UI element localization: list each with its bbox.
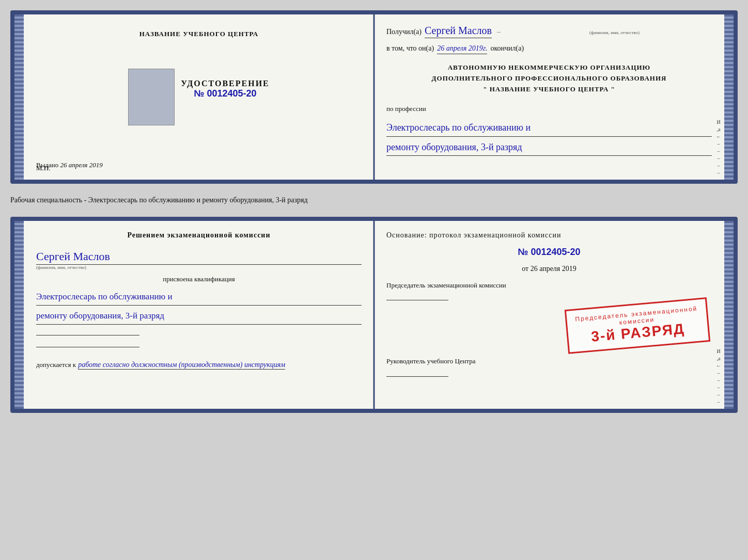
left-text-col: УДОСТОВЕРЕНИЕ № 0012405-20 <box>181 63 270 99</box>
deco-bdash2: – <box>718 377 720 383</box>
bottom-doc-left: Решением экзаменационной комиссии Сергей… <box>24 221 374 409</box>
org-block: АВТОНОМНУЮ НЕКОММЕРЧЕСКУЮ ОРГАНИЗАЦИЮ ДО… <box>386 62 712 94</box>
deco-dash5: – <box>718 170 720 175</box>
resheniem-title: Решением экзаменационной комиссии <box>36 231 362 239</box>
fio-small-bottom: (фамилия, имя, отчество) <box>36 265 362 270</box>
deco-arrow: ← <box>716 134 721 139</box>
okonchil-label: окончил(а) <box>490 44 524 53</box>
predsedatel-signature <box>386 290 448 300</box>
left-deco <box>14 14 24 180</box>
dopuskaetsya-work: работе согласно должностным (производств… <box>78 361 285 370</box>
deco-dash3: – <box>718 155 720 161</box>
separator-text: Рабочая специальность - Электрослесарь п… <box>10 192 738 209</box>
right-deco-strip <box>724 14 734 180</box>
bottom-right-deco-strip <box>724 221 734 409</box>
profession-line1-bottom: Электрослесарь по обслуживанию и <box>36 289 362 306</box>
top-doc-right: Получил(а) Сергей Маслов – (фамилия, имя… <box>374 14 724 180</box>
vydano-date: 26 апреля 2019 <box>60 161 103 169</box>
deco-dash4: – <box>718 163 720 168</box>
deco-bdash1: – <box>718 370 720 376</box>
ot-label: от <box>522 265 528 273</box>
photo-row: УДОСТОВЕРЕНИЕ № 0012405-20 <box>128 63 270 125</box>
recipient-name-top: Сергей Маслов <box>425 25 492 38</box>
photo-placeholder <box>128 69 175 125</box>
signature-line-bottom2 <box>36 347 139 347</box>
udostoverenie-number: № 0012405-20 <box>181 88 270 99</box>
signature-line-bottom <box>36 335 139 335</box>
deco-bdash5: – <box>718 399 720 405</box>
recipient-name-bottom: Сергей Маслов <box>36 250 362 265</box>
top-document: НАЗВАНИЕ УЧЕБНОГО ЦЕНТРА УДОСТОВЕРЕНИЕ №… <box>10 10 738 184</box>
poluchil-label: Получил(а) <box>386 28 422 36</box>
vtom-label: в том, что он(а) <box>386 44 434 53</box>
right-deco-bottom: И ,а ← – – – – – <box>713 221 724 409</box>
poluchil-line: Получил(а) Сергей Маслов – (фамилия, имя… <box>386 25 712 38</box>
stamp: Председатель экзаменационнойкомиссии 3-й… <box>565 297 710 354</box>
deco-bi: И <box>716 348 720 354</box>
dopuskaetsya-label: допускается к <box>36 361 76 369</box>
rukovoditel-signature <box>386 366 448 377</box>
po-professii-label: по профессии <box>386 105 712 113</box>
prisvoena-label: присвоена квалификация <box>36 275 362 283</box>
deco-dash1: – <box>718 141 720 147</box>
deco-ba: ,а <box>717 356 721 361</box>
profession-line2-top: ремонту оборудования, 3-й разряд <box>386 139 712 156</box>
profession-line1-top: Электрослесарь по обслуживанию и <box>386 119 712 136</box>
rukovoditel-label: Руководитель учебного Центра <box>386 356 712 366</box>
deco-dash2: – <box>718 148 720 154</box>
name-block-bottom: Сергей Маслов (фамилия, имя, отчество) <box>36 250 362 270</box>
top-doc-left: НАЗВАНИЕ УЧЕБНОГО ЦЕНТРА УДОСТОВЕРЕНИЕ №… <box>24 14 374 180</box>
bottom-document: Решением экзаменационной комиссии Сергей… <box>10 217 738 413</box>
deco-barrow: ← <box>716 363 721 369</box>
org-line3: " НАЗВАНИЕ УЧЕБНОГО ЦЕНТРА " <box>386 84 712 95</box>
vtom-line: в том, что он(а) 26 апреля 2019г. окончи… <box>386 44 712 54</box>
deco-bdash3: – <box>718 385 720 390</box>
page-wrapper: НАЗВАНИЕ УЧЕБНОГО ЦЕНТРА УДОСТОВЕРЕНИЕ №… <box>10 10 738 413</box>
profession-line2-bottom: ремонту оборудования, 3-й разряд <box>36 308 362 325</box>
top-left-title: НАЗВАНИЕ УЧЕБНОГО ЦЕНТРА <box>139 30 259 38</box>
deco-a: ,а <box>717 126 721 132</box>
rukovoditel-block: Руководитель учебного Центра <box>386 346 712 379</box>
fio-small-top: (фамилия, имя, отчество) <box>589 30 640 35</box>
org-line1: АВТОНОМНУЮ НЕКОММЕРЧЕСКУЮ ОРГАНИЗАЦИЮ <box>386 62 712 73</box>
predsedatel-label: Председатель экзаменационной комиссии <box>386 280 712 291</box>
vtom-date: 26 апреля 2019г. <box>437 44 487 54</box>
bottom-left-deco <box>14 221 24 409</box>
mp-label: М.П. <box>36 164 50 172</box>
ot-date-bottom: от 26 апреля 2019 <box>386 265 712 273</box>
deco-i: И <box>716 119 720 125</box>
profession-block-top: Электрослесарь по обслуживанию и ремонту… <box>386 119 712 158</box>
predsedatel-block: Председатель экзаменационной комиссии <box>386 280 712 303</box>
protocol-number: № 0012405-20 <box>386 247 712 258</box>
org-line2: ДОПОЛНИТЕЛЬНОГО ПРОФЕССИОНАЛЬНОГО ОБРАЗО… <box>386 73 712 84</box>
osnovanje-label: Основание: протокол экзаменационной коми… <box>386 231 712 239</box>
udostoverenie-block: УДОСТОВЕРЕНИЕ № 0012405-20 <box>181 79 270 99</box>
deco-bdash4: – <box>718 392 720 397</box>
bottom-doc-right: Основание: протокол экзаменационной коми… <box>374 221 724 409</box>
ot-date-value: 26 апреля 2019 <box>531 265 576 273</box>
profession-block-bottom: Электрослесарь по обслуживанию и ремонту… <box>36 289 362 327</box>
right-deco-top: И ,а ← – – – – – <box>713 14 724 180</box>
udostoverenie-label: УДОСТОВЕРЕНИЕ <box>181 79 270 88</box>
dopuskaetsya-block: допускается к работе согласно должностны… <box>36 361 362 370</box>
